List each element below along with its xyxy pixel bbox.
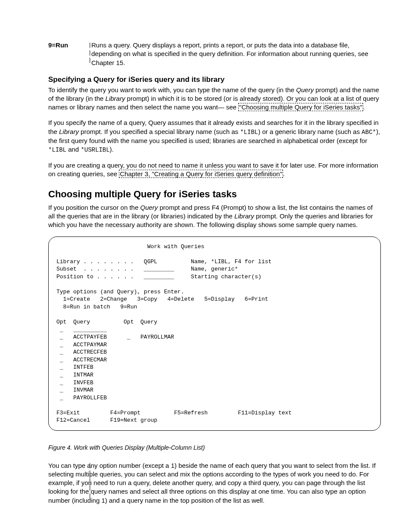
change-bar: | bbox=[89, 469, 90, 476]
change-bar: | bbox=[89, 484, 90, 492]
change-bar: | bbox=[89, 492, 90, 499]
def-term: 9=Run bbox=[48, 41, 91, 67]
link-chapter-3[interactable]: Chapter 3, "Creating a Query for iSeries… bbox=[119, 170, 283, 178]
def-desc: Runs a query. Query displays a report, p… bbox=[91, 41, 381, 67]
run-definition: | | | 9=Run Runs a query. Query displays… bbox=[48, 41, 381, 67]
para: You can type any option number (except a… bbox=[48, 461, 381, 505]
para: If you are creating a query, you do not … bbox=[48, 161, 381, 179]
section-heading-specifying: Specifying a Query for iSeries query and… bbox=[48, 75, 381, 85]
change-bar: | bbox=[89, 461, 90, 469]
terminal-display: Work with Queries Library . . . . . . . … bbox=[48, 236, 381, 431]
change-bar: | bbox=[89, 476, 90, 484]
link-choosing-tasks[interactable]: "Choosing multiple Query for iSeries tas… bbox=[238, 103, 363, 111]
change-bar: | bbox=[89, 49, 90, 56]
para-after-figure-wrap: | | | | | You can type any option number… bbox=[48, 461, 381, 505]
para: If you position the cursor on the Query … bbox=[48, 203, 381, 230]
change-bar: | bbox=[89, 56, 90, 64]
section-heading-choosing: Choosing multiple Query for iSeries task… bbox=[48, 188, 381, 201]
para: To identify the query you want to work w… bbox=[48, 86, 381, 112]
change-bar: | bbox=[89, 41, 90, 49]
figure-caption: Figure 4. Work with Queries Display (Mul… bbox=[48, 444, 381, 452]
para: If you specify the name of a query, Quer… bbox=[48, 118, 381, 154]
